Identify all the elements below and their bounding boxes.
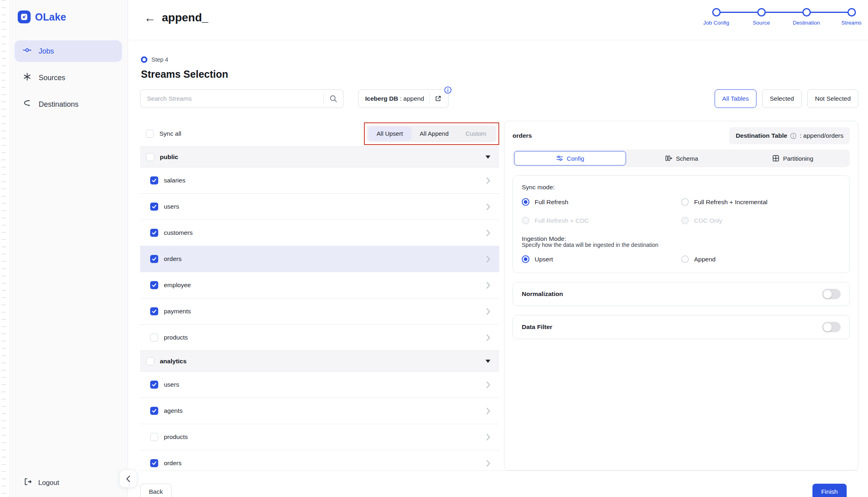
back-arrow-icon[interactable]: ← — [144, 12, 156, 24]
asterisk-icon — [23, 72, 32, 83]
segment-all-upsert[interactable]: All Upsert — [368, 127, 411, 141]
step-label: Destination — [793, 20, 820, 26]
controls-row: Iceberg DB : append All Tables Selected … — [140, 89, 858, 108]
streams-list-panel: Sync all All Upsert All Append Custom pu… — [140, 121, 499, 470]
stream-row-users[interactable]: users — [140, 194, 499, 220]
radio-full-refresh-incremental[interactable]: Full Refresh + Incremental — [681, 198, 841, 206]
stream-row-orders[interactable]: orders — [140, 246, 499, 272]
row-checkbox[interactable] — [150, 381, 158, 389]
logout-icon — [23, 477, 32, 488]
data-filter-toggle[interactable] — [822, 322, 841, 332]
chevron-right-icon — [486, 256, 490, 263]
tab-partitioning[interactable]: Partitioning — [737, 151, 848, 166]
search-box — [140, 89, 343, 108]
sidebar-item-sources[interactable]: Sources — [14, 67, 122, 89]
back-button[interactable]: Back — [140, 484, 172, 497]
chevron-right-icon — [486, 282, 490, 289]
stream-row-employee[interactable]: employee — [140, 272, 499, 298]
row-checkbox[interactable] — [150, 459, 158, 467]
sidebar-collapse-button[interactable] — [119, 470, 137, 488]
detail-tabs: Config Schema Partitioning — [513, 149, 850, 167]
stream-name: agents — [164, 407, 183, 414]
grid-icon — [772, 155, 779, 162]
logout-button[interactable]: Logout — [23, 477, 59, 488]
wizard-footer: Back Finish — [140, 470, 858, 497]
stream-title: orders — [513, 132, 532, 139]
radio-full-refresh[interactable]: Full Refresh — [522, 198, 681, 206]
search-icon — [329, 95, 337, 103]
search-input[interactable] — [141, 90, 323, 108]
info-badge[interactable] — [444, 85, 453, 94]
info-icon — [790, 133, 797, 139]
section-title: Streams Selection — [141, 68, 228, 80]
sidebar-item-label: Destinations — [39, 100, 79, 109]
normalization-card: Normalization — [513, 282, 850, 306]
caret-down-icon[interactable] — [486, 155, 490, 159]
row-checkbox[interactable] — [150, 176, 158, 184]
sync-all-row: Sync all All Upsert All Append Custom — [140, 121, 499, 147]
caret-down-icon[interactable] — [486, 360, 490, 363]
stepper-step-job-config[interactable]: Job Config — [694, 8, 739, 26]
radio-label: Append — [694, 256, 715, 263]
stream-detail-panel: orders Destination Table : append/orders… — [504, 121, 858, 470]
destination-db-chip[interactable]: Iceberg DB : append — [358, 89, 448, 108]
annotation-highlight-box: All Upsert All Append Custom — [364, 122, 499, 145]
group-header-analytics[interactable]: analytics — [140, 351, 499, 372]
radio-append[interactable]: Append — [681, 255, 841, 263]
window-edge-decoration — [0, 0, 9, 497]
row-checkbox[interactable] — [150, 281, 158, 289]
radio-dot-icon — [522, 217, 529, 224]
step-indicator: Step 4 — [141, 56, 168, 63]
stream-row-users[interactable]: users — [140, 372, 499, 398]
stream-name: customers — [164, 229, 193, 236]
toggle-knob — [823, 323, 832, 331]
external-link-icon[interactable] — [434, 95, 442, 102]
row-checkbox[interactable] — [150, 307, 158, 315]
tab-schema[interactable]: Schema — [626, 151, 737, 166]
row-checkbox[interactable] — [150, 203, 158, 211]
row-checkbox[interactable] — [150, 433, 158, 441]
chevron-right-icon — [486, 334, 490, 341]
detail-header: orders Destination Table : append/orders — [513, 127, 850, 144]
stream-name: products — [164, 433, 188, 441]
step-dot-icon — [802, 8, 811, 17]
filter-not-selected[interactable]: Not Selected — [807, 89, 858, 108]
stepper-step-source[interactable]: Source — [739, 8, 784, 26]
page-title: append_ — [162, 11, 208, 24]
stream-name: employee — [164, 282, 191, 289]
stream-row-payments[interactable]: payments — [140, 298, 499, 325]
sidebar-item-jobs[interactable]: Jobs — [14, 40, 122, 62]
normalization-toggle[interactable] — [822, 289, 841, 299]
main-area: ← append_ Job Config Source Destination — [128, 0, 868, 497]
normalization-label: Normalization — [522, 290, 563, 298]
stepper-step-destination[interactable]: Destination — [784, 8, 829, 26]
sidebar: OLake Jobs Sources Destinations Logout — [9, 0, 128, 497]
stream-row-customers[interactable]: customers — [140, 220, 499, 246]
filter-selected[interactable]: Selected — [762, 89, 802, 108]
row-checkbox[interactable] — [150, 333, 158, 342]
stream-row-orders[interactable]: orders — [140, 450, 499, 470]
toggle-knob — [823, 290, 832, 298]
sidebar-item-destinations[interactable]: Destinations — [14, 93, 122, 115]
row-checkbox[interactable] — [150, 229, 158, 237]
row-checkbox[interactable] — [150, 255, 158, 263]
stream-row-products[interactable]: products — [140, 325, 499, 351]
finish-button[interactable]: Finish — [812, 484, 847, 497]
filter-all-tables[interactable]: All Tables — [715, 89, 756, 108]
destination-table-label: Destination Table — [736, 132, 787, 139]
stepper-step-streams[interactable]: Streams — [829, 8, 868, 26]
chevron-right-icon — [486, 203, 490, 210]
sync-all-checkbox[interactable] — [146, 130, 154, 138]
row-checkbox[interactable] — [146, 357, 154, 365]
stream-row-salaries[interactable]: salaries — [140, 168, 499, 194]
group-header-public[interactable]: public — [140, 147, 499, 168]
segment-all-append[interactable]: All Append — [411, 127, 457, 141]
stream-row-products[interactable]: products — [140, 424, 499, 450]
segment-custom[interactable]: Custom — [457, 127, 495, 141]
stream-row-agents[interactable]: agents — [140, 398, 499, 424]
row-checkbox[interactable] — [150, 407, 158, 415]
row-checkbox[interactable] — [146, 153, 154, 161]
tab-config[interactable]: Config — [514, 151, 626, 166]
radio-upsert[interactable]: Upsert — [522, 255, 681, 263]
search-button[interactable] — [324, 90, 343, 108]
